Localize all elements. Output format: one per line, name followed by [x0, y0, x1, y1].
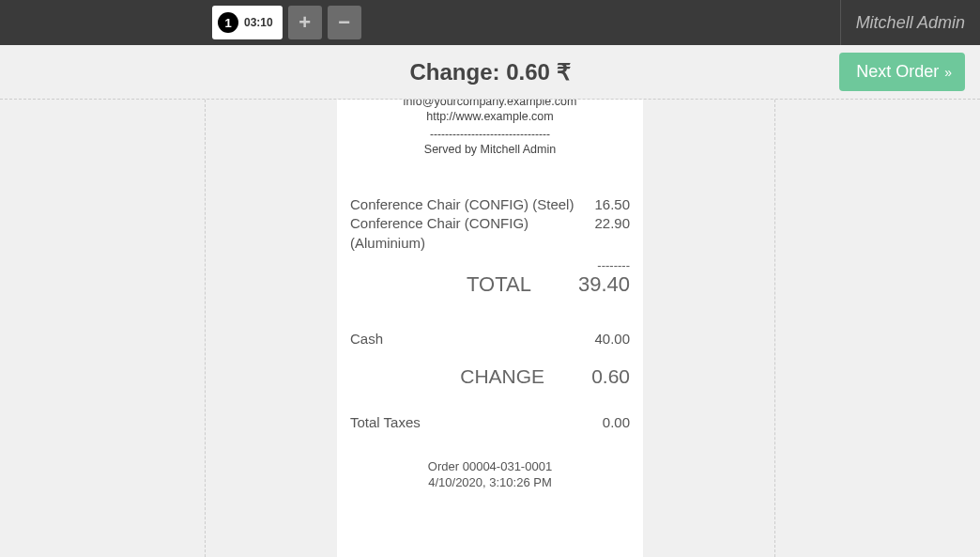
- payment-row: Cash 40.00: [350, 331, 630, 347]
- total-value: 39.40: [578, 272, 630, 297]
- receipt-divider: --------------------------------: [350, 128, 630, 141]
- receipt-container: My Company (San Francisco) Tel:+1 (650) …: [0, 100, 980, 557]
- topbar: 1 03:10 + − Mitchell Admin: [0, 0, 980, 45]
- line-item-name: Conference Chair (CONFIG) (Steel): [350, 195, 594, 214]
- receipt: My Company (San Francisco) Tel:+1 (650) …: [337, 100, 643, 557]
- tab-area: 1 03:10 + −: [212, 6, 361, 39]
- receipt-scroll[interactable]: My Company (San Francisco) Tel:+1 (650) …: [298, 100, 682, 557]
- add-order-button[interactable]: +: [288, 6, 322, 39]
- tax-value: 0.00: [603, 414, 630, 430]
- total-label: TOTAL: [350, 272, 578, 297]
- total-row: TOTAL 39.40: [350, 272, 630, 297]
- company-website: http://www.example.com: [350, 110, 630, 125]
- remove-order-button[interactable]: −: [328, 6, 361, 39]
- change-title: Change: 0.60 ₹: [409, 59, 570, 85]
- payment-method: Cash: [350, 331, 383, 347]
- served-by: Served by Mitchell Admin: [350, 143, 630, 156]
- line-item: Conference Chair (CONFIG) (Aluminium) 22…: [350, 214, 630, 253]
- next-order-button[interactable]: Next Order »: [839, 53, 965, 91]
- tax-label: Total Taxes: [350, 414, 421, 430]
- tax-row: Total Taxes 0.00: [350, 414, 630, 430]
- right-divider: [774, 100, 775, 557]
- subtotal-divider: --------: [350, 258, 630, 272]
- line-item-price: 16.50: [594, 195, 630, 214]
- company-email: info@yourcompany.example.com: [350, 100, 630, 110]
- header-row: Change: 0.60 ₹ Next Order »: [0, 45, 980, 100]
- line-item-price: 22.90: [594, 214, 630, 253]
- line-item-name: Conference Chair (CONFIG) (Aluminium): [350, 214, 594, 253]
- next-order-label: Next Order: [856, 62, 939, 82]
- order-time: 03:10: [244, 16, 273, 29]
- order-datetime: 4/10/2020, 3:10:26 PM: [350, 474, 630, 491]
- change-value: 0.60: [591, 365, 630, 388]
- order-tab[interactable]: 1 03:10: [212, 6, 283, 39]
- receipt-header: My Company (San Francisco) Tel:+1 (650) …: [350, 100, 630, 124]
- user-name[interactable]: Mitchell Admin: [840, 0, 965, 45]
- change-row: CHANGE 0.60: [350, 365, 630, 388]
- payment-amount: 40.00: [594, 331, 630, 347]
- line-item: Conference Chair (CONFIG) (Steel) 16.50: [350, 195, 630, 214]
- chevrons-right-icon: »: [944, 65, 948, 80]
- left-divider: [205, 100, 206, 557]
- change-label: CHANGE: [350, 365, 591, 388]
- order-number-badge: 1: [218, 12, 238, 33]
- order-footer: Order 00004-031-0001 4/10/2020, 3:10:26 …: [350, 458, 630, 491]
- order-id: Order 00004-031-0001: [350, 458, 630, 475]
